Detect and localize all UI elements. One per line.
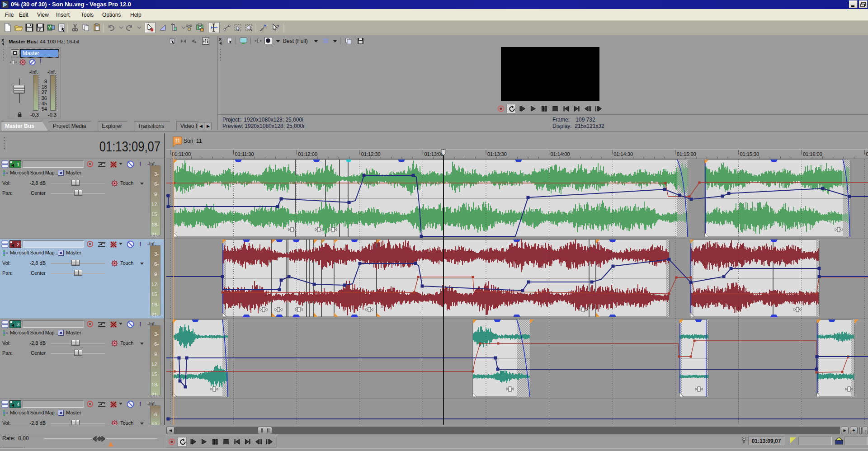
svg-text:?: ? <box>38 27 41 32</box>
svg-text:01:11:00: 01:11:00 <box>172 151 191 157</box>
svg-text:01:14:30: 01:14:30 <box>613 151 633 157</box>
svg-text:01:13:00: 01:13:00 <box>424 151 443 157</box>
svg-text:11: 11 <box>175 138 180 143</box>
svg-text:01:16:30: 01:16:30 <box>866 151 868 157</box>
svg-text:01:14:00: 01:14:00 <box>551 151 570 157</box>
svg-text:?: ? <box>276 24 279 29</box>
svg-text:Son_11: Son_11 <box>184 138 202 144</box>
svg-text:01:13:30: 01:13:30 <box>487 151 507 157</box>
svg-text:01:12:30: 01:12:30 <box>361 151 381 157</box>
svg-text:01:15:00: 01:15:00 <box>677 151 696 157</box>
svg-text:01:11:30: 01:11:30 <box>235 151 254 157</box>
svg-text:01:12:00: 01:12:00 <box>298 151 317 157</box>
svg-text:01:16:00: 01:16:00 <box>803 151 822 157</box>
svg-text:01:15:30: 01:15:30 <box>740 151 759 157</box>
